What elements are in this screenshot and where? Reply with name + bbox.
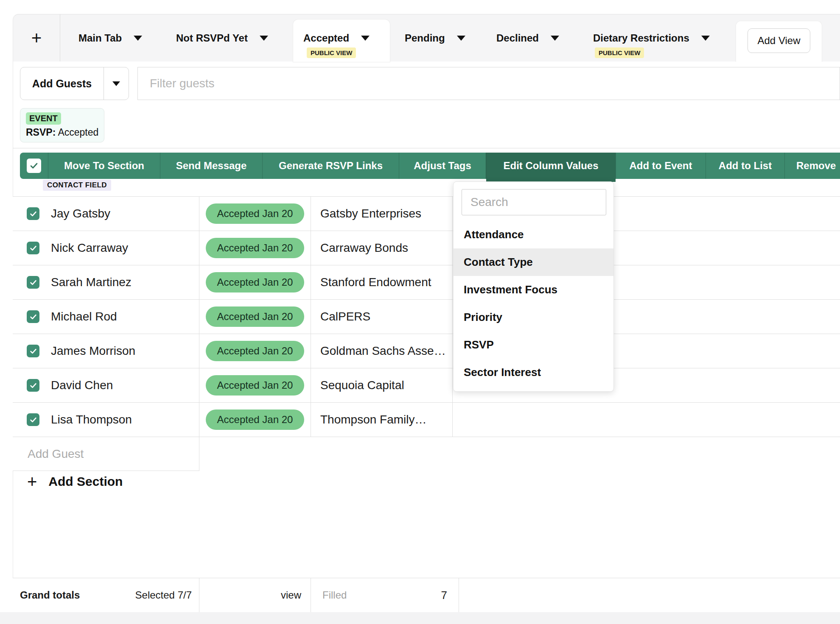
table-row[interactable]: Jay Gatsby Accepted Jan 20 Gatsby Enterp… [13,197,840,231]
row-checkbox[interactable] [27,413,39,426]
contact-field-tag: CONTACT FIELD [43,180,111,191]
chevron-down-icon [260,36,268,41]
edit-column-values-button[interactable]: Edit Column Values [486,153,616,179]
column-option-attendance[interactable]: Attendance [454,221,613,248]
chevron-down-icon [361,36,370,41]
chevron-down-icon [701,36,710,41]
move-to-section-button[interactable]: Move To Section [48,153,160,179]
guest-name: James Morrison [51,344,135,358]
table-row[interactable]: Nick Carraway Accepted Jan 20 Carraway B… [13,231,840,265]
guest-name-cell: Jay Gatsby [13,197,199,231]
row-checkbox[interactable] [27,345,39,357]
rsvp-status-badge[interactable]: Accepted Jan 20 [206,272,304,292]
add-guests-split-button[interactable]: Add Guests [20,67,129,100]
remove-button[interactable]: Remove [784,153,840,179]
guest-name: David Chen [51,379,113,392]
guest-name-cell: Sarah Martinez [13,265,199,299]
tab-label: Declined [496,32,539,44]
chevron-down-icon [551,36,559,41]
row-checkbox[interactable] [27,242,39,254]
company-cell[interactable]: Goldman Sachs Asse… [311,334,453,368]
add-guest-input[interactable]: Add Guest [13,437,199,471]
add-guests-dropdown-toggle[interactable] [104,67,129,100]
company-cell[interactable]: Stanford Endowment [311,265,453,299]
rsvp-status-badge[interactable]: Accepted Jan 20 [206,375,304,396]
send-message-button[interactable]: Send Message [160,153,262,179]
guest-name-cell: David Chen [13,368,199,402]
tab-label: Pending [405,32,445,44]
plus-icon: + [27,473,37,490]
column-option-priority[interactable]: Priority [454,304,613,331]
table-row[interactable]: James Morrison Accepted Jan 20 Goldman S… [13,334,840,368]
view-toggle[interactable]: view [281,589,301,601]
checkmark-icon [29,416,37,424]
view-tab-bar: + Main Tab Not RSVPd Yet Accepted PUBLIC… [13,14,840,61]
add-tab-button[interactable]: + [13,14,60,61]
tab-label: Not RSVPd Yet [176,32,248,44]
checkmark-icon [29,313,37,321]
add-view-container: Add View [736,21,822,62]
column-search-input[interactable] [462,189,606,215]
totals-view-cell: view [199,578,311,612]
table-row[interactable]: Michael Rod Accepted Jan 20 CalPERS [13,300,840,334]
chevron-down-icon [457,36,465,41]
grand-totals-row: Grand totals Selected 7/7 view Filled 7 [13,578,840,613]
guest-list-screen: + Main Tab Not RSVPd Yet Accepted PUBLIC… [0,0,840,624]
filled-value: 7 [441,589,447,602]
filter-guests-input[interactable] [137,67,840,100]
table-row[interactable]: David Chen Accepted Jan 20 Sequoia Capit… [13,368,840,403]
rsvp-cell: Accepted Jan 20 [199,368,311,402]
empty-cell [453,403,840,437]
tab-pending[interactable]: Pending [405,14,465,61]
company-cell[interactable]: Thompson Family… [311,403,453,437]
company-cell[interactable]: Sequoia Capital [311,368,453,402]
row-checkbox[interactable] [27,207,39,220]
checkmark-icon [29,161,39,170]
rsvp-status-badge[interactable]: Accepted Jan 20 [206,203,304,224]
tab-declined[interactable]: Declined [496,14,559,61]
guest-name: Nick Carraway [51,241,128,255]
checkmark-icon [29,382,37,390]
generate-rsvp-links-button[interactable]: Generate RSVP Links [262,153,399,179]
rsvp-filter-chip[interactable]: EVENT RSVP: Accepted [20,108,104,142]
rsvp-status-badge[interactable]: Accepted Jan 20 [206,341,304,361]
adjust-tags-button[interactable]: Adjust Tags [399,153,486,179]
guest-name-cell: James Morrison [13,334,199,368]
add-guest-row: Add Guest [13,437,840,471]
add-to-list-button[interactable]: Add to List [706,153,784,179]
add-section-button[interactable]: + Add Section [27,473,123,490]
row-checkbox[interactable] [27,379,39,392]
add-view-button[interactable]: Add View [748,28,810,53]
column-option-sector-interest[interactable]: Sector Interest [454,359,613,386]
column-option-rsvp[interactable]: RSVP [454,331,613,359]
column-option-contact-type[interactable]: Contact Type [454,248,613,276]
bulk-action-toolbar: Move To Section Send Message Generate RS… [20,153,840,179]
checkmark-icon [29,244,37,252]
add-to-event-button[interactable]: Add to Event [616,153,706,179]
tab-main-tab[interactable]: Main Tab [78,14,142,61]
table-row[interactable]: Lisa Thompson Accepted Jan 20 Thompson F… [13,403,840,437]
row-checkbox[interactable] [27,276,39,289]
company-cell[interactable]: Carraway Bonds [311,231,453,265]
rsvp-status-badge[interactable]: Accepted Jan 20 [206,410,304,430]
tab-label: Dietary Restrictions [593,32,689,44]
totals-filled-cell[interactable]: Filled 7 [311,578,459,612]
row-checkbox[interactable] [27,310,39,323]
rsvp-status-badge[interactable]: Accepted Jan 20 [206,238,304,258]
company-cell[interactable]: CalPERS [311,300,453,334]
column-options-list: Attendance Contact Type Investment Focus… [454,221,613,386]
guest-name: Jay Gatsby [51,207,110,220]
company-cell[interactable]: Gatsby Enterprises [311,197,453,231]
guest-name-cell: Nick Carraway [13,231,199,265]
tab-accepted-active[interactable]: Accepted PUBLIC VIEW [293,20,390,62]
select-all-checkbox[interactable] [27,159,41,173]
selected-count: Selected 7/7 [135,589,192,601]
table-row[interactable]: Sarah Martinez Accepted Jan 20 Stanford … [13,265,840,300]
guest-table: Jay Gatsby Accepted Jan 20 Gatsby Enterp… [13,196,840,471]
rsvp-cell: Accepted Jan 20 [199,265,311,299]
column-option-investment-focus[interactable]: Investment Focus [454,276,613,304]
tab-not-rsvpd-yet[interactable]: Not RSVPd Yet [176,14,268,61]
empty-cell [459,578,840,612]
public-view-badge: PUBLIC VIEW [595,47,644,58]
rsvp-status-badge[interactable]: Accepted Jan 20 [206,306,304,327]
